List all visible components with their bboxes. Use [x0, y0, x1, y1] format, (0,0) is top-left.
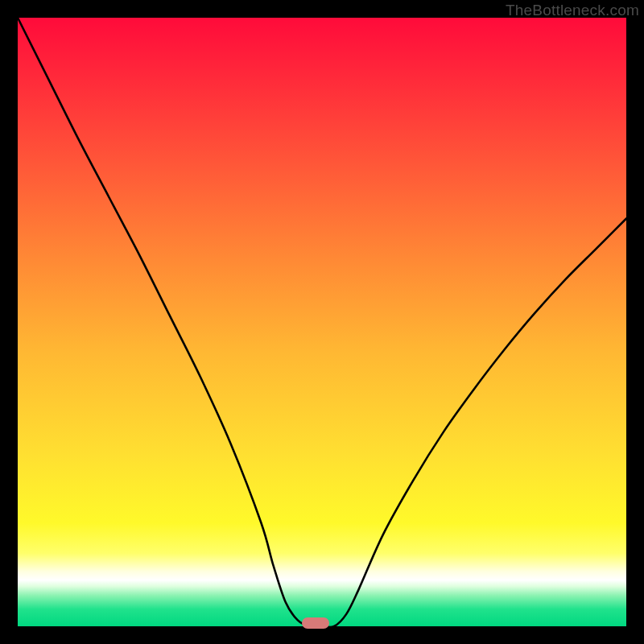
chart-frame: TheBottleneck.com	[0, 0, 644, 644]
bottleneck-curve	[18, 18, 626, 626]
curve-path	[18, 18, 626, 627]
optimum-marker	[302, 617, 329, 629]
watermark-text: TheBottleneck.com	[506, 2, 639, 19]
plot-area	[18, 18, 626, 626]
